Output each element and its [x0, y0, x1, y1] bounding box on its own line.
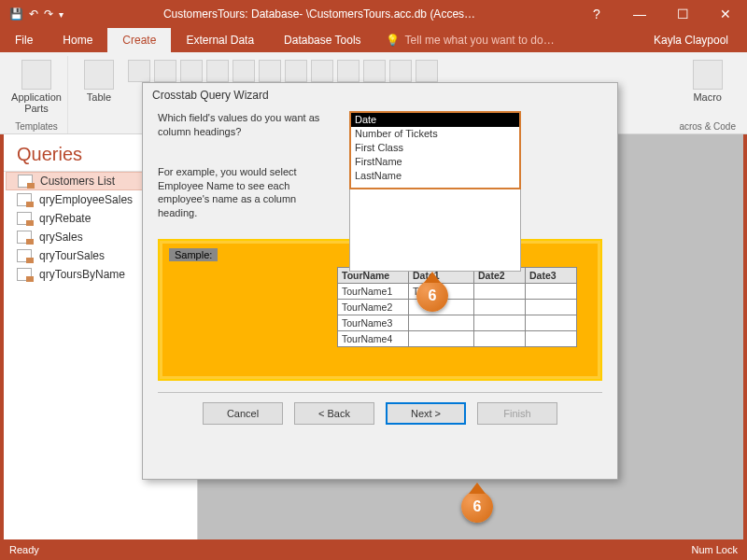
ribbon-ico-3[interactable]	[180, 60, 203, 82]
status-numlock: Num Lock	[691, 544, 738, 555]
redo-icon[interactable]: ↷	[44, 7, 53, 21]
macro-icon	[693, 60, 723, 90]
ribbon-ico-4[interactable]	[206, 60, 229, 82]
save-icon[interactable]: 💾	[9, 7, 23, 21]
qat: 💾 ↶ ↷ ▾	[0, 7, 63, 21]
wizard-title: Crosstab Query Wizard	[143, 83, 617, 107]
tab-external-data[interactable]: External Data	[171, 28, 269, 52]
cancel-button[interactable]: Cancel	[203, 402, 283, 425]
application-parts-icon	[21, 60, 51, 90]
ribbon-ico-1[interactable]	[128, 60, 150, 82]
undo-icon[interactable]: ↶	[29, 7, 38, 21]
back-button[interactable]: < Back	[294, 402, 374, 425]
application-parts-button[interactable]: Application Parts	[11, 56, 62, 114]
macro-button[interactable]: Macro	[683, 56, 733, 103]
finish-button[interactable]: Finish	[477, 402, 557, 425]
statusbar: Ready Num Lock	[0, 539, 747, 560]
field-item-tickets[interactable]: Number of Tickets	[351, 127, 519, 141]
callout-6b: 6	[461, 491, 493, 523]
ribbon-ico-10[interactable]	[363, 60, 386, 82]
crosstab-wizard: Crosstab Query Wizard Which field's valu…	[142, 82, 618, 480]
wizard-instructions: Which field's values do you want as colu…	[158, 111, 331, 220]
table-icon	[84, 60, 114, 90]
help-icon[interactable]: ?	[575, 7, 618, 21]
field-item-first-class[interactable]: First Class	[351, 141, 519, 155]
query-icon	[17, 212, 32, 225]
table-button[interactable]: Table	[74, 56, 124, 103]
ribbon-ico-12[interactable]	[416, 60, 438, 82]
tab-file[interactable]: File	[0, 28, 48, 52]
maximize-button[interactable]: ☐	[661, 0, 704, 28]
ribbon-ico-11[interactable]	[389, 60, 412, 82]
minimize-button[interactable]: —	[618, 0, 661, 28]
sample-label: Sample:	[169, 248, 218, 261]
ribbon-ico-2[interactable]	[154, 60, 176, 82]
group-templates: Application Parts Templates	[6, 56, 68, 133]
query-icon	[17, 193, 32, 206]
query-icon	[17, 231, 32, 244]
tab-home[interactable]: Home	[48, 28, 107, 52]
callout-6a: 6	[416, 280, 448, 312]
user-label[interactable]: Kayla Claypool	[654, 34, 747, 47]
field-item-date[interactable]: Date	[351, 113, 519, 127]
window-title: CustomersTours: Database- \CustomersTour…	[63, 7, 575, 21]
ribbon-ico-9[interactable]	[337, 60, 359, 82]
tab-database-tools[interactable]: Database Tools	[269, 28, 376, 52]
tab-create[interactable]: Create	[107, 28, 171, 52]
field-item-firstname[interactable]: FirstName	[351, 155, 519, 169]
query-icon	[17, 249, 32, 262]
titlebar: 💾 ↶ ↷ ▾ CustomersTours: Database- \Custo…	[0, 0, 747, 28]
ribbon-ico-7[interactable]	[285, 60, 307, 82]
field-list[interactable]: Date Number of Tickets First Class First…	[349, 111, 521, 189]
status-ready: Ready	[9, 544, 39, 555]
ribbon-ico-5[interactable]	[233, 60, 255, 82]
field-item-lastname[interactable]: LastName	[351, 169, 519, 183]
sample-table: TourName Date1 Date2 Date3 TourName1TOTA…	[337, 267, 577, 347]
ribbon-tabs: File Home Create External Data Database …	[0, 28, 747, 52]
query-icon	[17, 268, 32, 281]
group-macros: Macro acros & Code	[673, 56, 741, 133]
tellme[interactable]: 💡Tell me what you want to do…	[376, 34, 555, 47]
query-icon	[18, 175, 33, 188]
separator	[158, 392, 602, 393]
next-button[interactable]: Next >	[386, 402, 466, 425]
close-button[interactable]: ✕	[704, 0, 747, 28]
ribbon-ico-8[interactable]	[311, 60, 333, 82]
ribbon-ico-6[interactable]	[259, 60, 281, 82]
wizard-buttons: Cancel < Back Next > Finish	[158, 402, 602, 440]
bulb-icon: 💡	[386, 34, 400, 47]
window-controls: — ☐ ✕	[618, 0, 747, 28]
